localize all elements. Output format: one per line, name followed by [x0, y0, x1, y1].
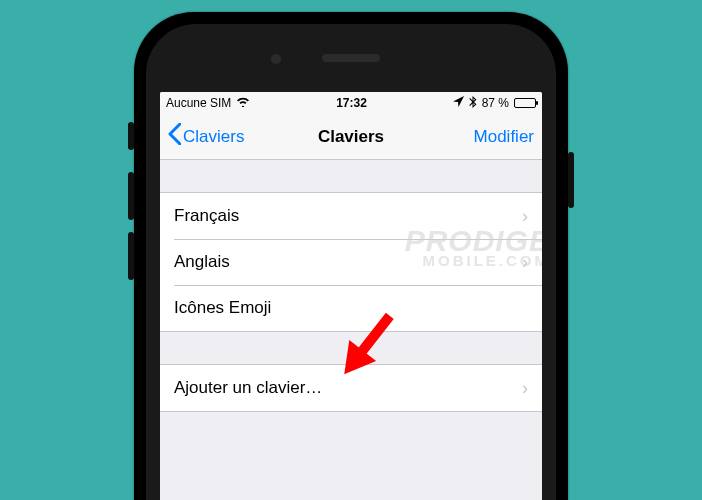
add-keyboard-button[interactable]: Ajouter un clavier… › [160, 365, 542, 411]
battery-percent: 87 % [482, 96, 509, 110]
keyboards-row[interactable]: Icônes Emoji [160, 285, 542, 331]
keyboards-row[interactable]: Français › [160, 193, 542, 239]
status-bar: Aucune SIM 17:32 87 % [160, 92, 542, 114]
chevron-left-icon [168, 123, 181, 150]
nav-bar: Claviers Claviers Modifier [160, 114, 542, 160]
watermark-primary: PRODIGE [405, 496, 542, 500]
bluetooth-icon [469, 96, 477, 111]
list-item-label: Icônes Emoji [174, 298, 271, 318]
chevron-right-icon: › [522, 206, 528, 227]
watermark: PRODIGE MOBILE.COM [405, 496, 542, 500]
hw-power-button [568, 152, 574, 208]
hw-mute-switch [128, 122, 134, 150]
phone-front-camera [271, 54, 281, 64]
keyboards-list: Français › Anglais › Icônes Emoji [160, 192, 542, 332]
hw-volume-down [128, 232, 134, 280]
chevron-right-icon: › [522, 378, 528, 399]
battery-icon [514, 98, 536, 108]
list-item-label: Anglais [174, 252, 230, 272]
back-button[interactable]: Claviers [168, 123, 244, 150]
phone-speaker [322, 54, 380, 62]
back-label: Claviers [183, 127, 244, 147]
wifi-icon [236, 96, 250, 110]
carrier-label: Aucune SIM [166, 96, 231, 110]
add-keyboard-group: Ajouter un clavier… › [160, 364, 542, 412]
phone-frame: Aucune SIM 17:32 87 % [134, 12, 568, 500]
chevron-right-icon: › [522, 252, 528, 273]
keyboards-row[interactable]: Anglais › [160, 239, 542, 285]
list-item-label: Français [174, 206, 239, 226]
clock: 17:32 [336, 96, 367, 110]
add-keyboard-label: Ajouter un clavier… [174, 378, 322, 398]
hw-volume-up [128, 172, 134, 220]
location-icon [453, 96, 464, 110]
screen: Aucune SIM 17:32 87 % [160, 92, 542, 500]
edit-button[interactable]: Modifier [474, 127, 534, 147]
